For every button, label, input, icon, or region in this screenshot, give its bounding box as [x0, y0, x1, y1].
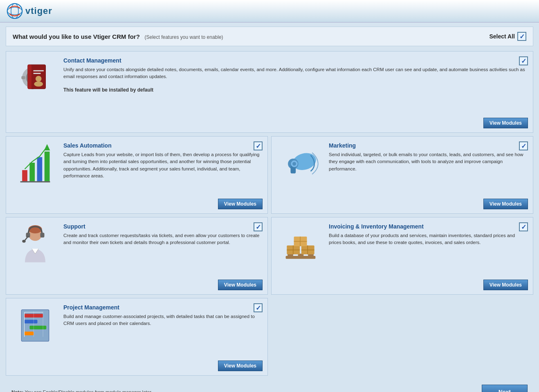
feature-checkbox-contacts[interactable]	[519, 56, 528, 65]
feature-row-sales-marketing: Sales Automation Capture Leads from your…	[6, 136, 533, 214]
feature-checkbox-support[interactable]	[254, 222, 263, 231]
logo: vtiger	[7, 3, 52, 19]
feature-row-support-invoicing: Support Create and track customer reques…	[6, 217, 533, 295]
feature-desc-marketing: Send individual, targeted, or bulk email…	[329, 151, 526, 172]
feature-content-marketing: Marketing Send individual, targeted, or …	[329, 142, 526, 183]
feature-checkbox-project[interactable]	[254, 303, 263, 312]
marketing-svg-icon	[282, 142, 319, 183]
svg-rect-50	[25, 332, 34, 335]
feature-img-project	[13, 304, 58, 345]
svg-rect-48	[25, 320, 38, 323]
feature-card-sales-automation: Sales Automation Capture Leads from your…	[6, 136, 268, 214]
feature-card-invoicing: Invoicing & Inventory Management Build a…	[271, 217, 533, 295]
feature-title-invoicing: Invoicing & Inventory Management	[329, 223, 526, 230]
feature-title-contacts: Contact Management	[63, 57, 526, 64]
feature-img-invoicing	[278, 223, 323, 264]
feature-title-sales: Sales Automation	[63, 142, 261, 149]
feature-checkbox-sales[interactable]	[254, 141, 263, 150]
view-modules-btn-sales[interactable]: View Modules	[218, 199, 263, 209]
inventory-svg-icon	[282, 223, 319, 264]
feature-card-inner-marketing: Marketing Send individual, targeted, or …	[278, 142, 526, 183]
svg-point-2	[7, 7, 22, 15]
feature-desc-project: Build and manage customer-associated pro…	[63, 313, 261, 327]
view-modules-btn-marketing[interactable]: View Modules	[483, 199, 528, 209]
feature-card-project-management: Project Management Build and manage cust…	[6, 298, 268, 376]
feature-content-support: Support Create and track customer reques…	[63, 223, 261, 264]
support-svg-icon	[17, 223, 54, 264]
next-button[interactable]: Next	[482, 385, 528, 392]
feature-img-marketing	[278, 142, 323, 183]
question-text: What would you like to use Vtiger CRM fo…	[13, 33, 140, 40]
svg-rect-12	[33, 70, 43, 72]
svg-rect-21	[20, 181, 50, 182]
projects-svg-icon	[17, 304, 54, 345]
feature-card-inner-invoicing: Invoicing & Inventory Management Build a…	[278, 223, 526, 264]
svg-point-26	[292, 162, 296, 166]
select-all-container[interactable]: Select All	[489, 32, 526, 41]
contacts-svg-icon	[17, 57, 54, 98]
header: vtiger	[0, 0, 539, 22]
vtiger-logo-icon	[7, 3, 23, 19]
svg-rect-49	[29, 326, 46, 329]
feature-title-support: Support	[63, 223, 261, 230]
feature-img-sales	[13, 142, 58, 183]
feature-content-contacts: Contact Management Unify and store your …	[63, 57, 526, 98]
feature-img-contacts	[13, 57, 58, 98]
svg-rect-11	[28, 65, 31, 89]
feature-img-support	[13, 223, 58, 264]
svg-rect-17	[29, 163, 35, 181]
sales-svg-icon	[17, 142, 54, 183]
feature-desc-invoicing: Build a database of your products and se…	[329, 232, 526, 246]
svg-point-15	[34, 81, 43, 87]
view-modules-btn-support[interactable]: View Modules	[218, 280, 263, 290]
svg-point-14	[36, 76, 42, 82]
question-bar: What would you like to use Vtiger CRM fo…	[6, 27, 533, 46]
features-area: Contact Management Unify and store your …	[6, 51, 533, 376]
note-text: Note: You can Enable/Disable modules fro…	[11, 390, 151, 392]
feature-card-support: Support Create and track customer reques…	[6, 217, 268, 295]
feature-checkbox-marketing[interactable]	[519, 141, 528, 150]
feature-desc-support: Create and track customer requests/tasks…	[63, 232, 261, 246]
feature-desc-sales: Capture Leads from your website, or impo…	[63, 151, 261, 179]
feature-row-contact: Contact Management Unify and store your …	[6, 51, 533, 133]
svg-rect-7	[21, 76, 25, 79]
footer: Note: You can Enable/Disable modules fro…	[6, 379, 533, 392]
select-all-checkbox[interactable]	[517, 32, 526, 41]
feature-card-contact-management: Contact Management Unify and store your …	[6, 51, 533, 133]
note-label: Note:	[11, 390, 23, 392]
feature-card-inner: Contact Management Unify and store your …	[13, 57, 526, 98]
svg-rect-30	[40, 233, 45, 237]
svg-rect-19	[45, 152, 50, 181]
feature-card-inner-project: Project Management Build and manage cust…	[13, 304, 261, 345]
feature-content-sales: Sales Automation Capture Leads from your…	[63, 142, 261, 183]
svg-rect-18	[37, 157, 43, 181]
feature-card-inner-sales: Sales Automation Capture Leads from your…	[13, 142, 261, 183]
feature-default-contacts: This feature will be installed by defaul…	[63, 87, 526, 93]
note-content: You can Enable/Disable modules from modu…	[23, 390, 151, 392]
feature-checkbox-invoicing[interactable]	[519, 222, 528, 231]
select-all-label: Select All	[489, 33, 515, 40]
svg-rect-16	[22, 170, 27, 181]
svg-rect-13	[33, 73, 40, 74]
feature-row-project: Project Management Build and manage cust…	[6, 298, 533, 376]
question-area: What would you like to use Vtiger CRM fo…	[13, 33, 223, 40]
view-modules-btn-project[interactable]: View Modules	[218, 361, 263, 371]
main-content: What would you like to use Vtiger CRM fo…	[0, 22, 539, 392]
feature-desc-contacts: Unify and store your contacts alongside …	[63, 66, 526, 81]
logo-text: vtiger	[25, 6, 52, 16]
feature-content-project: Project Management Build and manage cust…	[63, 304, 261, 345]
question-sub: (Select features you want to enable)	[144, 34, 223, 40]
feature-card-inner-support: Support Create and track customer reques…	[13, 223, 261, 264]
feature-title-project: Project Management	[63, 304, 261, 311]
svg-point-31	[22, 240, 25, 243]
view-modules-btn-invoicing[interactable]: View Modules	[483, 280, 528, 290]
view-modules-btn-contacts[interactable]: View Modules	[483, 118, 528, 128]
feature-card-marketing: Marketing Send individual, targeted, or …	[271, 136, 533, 214]
feature-content-invoicing: Invoicing & Inventory Management Build a…	[329, 223, 526, 264]
feature-title-marketing: Marketing	[329, 142, 526, 149]
empty-space	[271, 298, 533, 376]
